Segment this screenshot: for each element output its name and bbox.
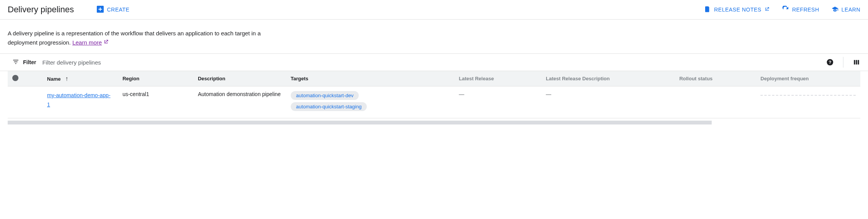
empty-freq-indicator [760,95,856,96]
horizontal-scrollbar[interactable] [8,121,712,124]
col-latest-release-desc[interactable]: Latest Release Description [541,71,674,86]
cell-latest-release-desc: — [541,86,674,118]
refresh-button[interactable]: Refresh [782,6,819,14]
cell-region: us-central1 [118,86,193,118]
description-block: A delivery pipeline is a representation … [0,20,292,53]
create-button[interactable]: Create [97,6,129,14]
filter-text: Filter [23,59,36,65]
table-row: my-automation-demo-app-1 us-central1 Aut… [8,86,860,118]
filter-icon [12,58,19,66]
filter-right: ? [826,57,860,68]
page-title: Delivery pipelines [8,5,74,15]
notes-icon [704,6,711,14]
release-notes-label: Release Notes [714,7,761,13]
external-link-icon [103,38,109,47]
cell-description: Automation demonstration pipeline [193,86,286,118]
cell-status [8,86,43,118]
col-name-label: Name [47,76,61,82]
refresh-icon [782,6,789,14]
release-notes-button[interactable]: Release Notes [704,6,770,14]
svg-rect-5 [858,60,859,65]
cell-name: my-automation-demo-app-1 [43,86,118,118]
divider [843,57,843,68]
external-link-icon [764,7,770,13]
learn-more-label: Learn more [72,38,102,47]
learn-label: Learn [841,7,860,13]
col-deployment-freq[interactable]: Deployment frequen [756,71,860,86]
learn-button[interactable]: Learn [832,6,860,14]
table-wrap: Name ↑ Region Description Targets Latest… [0,71,868,118]
col-rollout-status[interactable]: Rollout status [675,71,756,86]
table-header-row: Name ↑ Region Description Targets Latest… [8,71,860,86]
target-chip[interactable]: automation-quickstart-dev [291,91,359,100]
pipeline-name-link[interactable]: my-automation-demo-app-1 [47,92,111,108]
learn-icon [832,6,838,14]
col-description[interactable]: Description [193,71,286,86]
svg-rect-3 [854,60,855,65]
page-header: Delivery pipelines Create Release Notes … [0,0,868,20]
learn-more-link[interactable]: Learn more [72,38,109,47]
cell-rollout-status [675,86,756,118]
filter-bar: Filter ? [0,53,868,71]
col-status[interactable] [8,71,43,86]
svg-rect-4 [856,60,857,65]
cell-deployment-freq [756,86,860,118]
sort-arrow-up-icon: ↑ [65,75,68,82]
target-chip[interactable]: automation-quickstart-staging [291,102,367,111]
help-icon[interactable]: ? [826,58,834,66]
columns-icon[interactable] [853,58,860,66]
create-label: Create [107,7,129,13]
refresh-label: Refresh [792,7,819,13]
svg-text:?: ? [828,60,831,65]
col-region[interactable]: Region [118,71,193,86]
pipelines-table: Name ↑ Region Description Targets Latest… [8,71,860,118]
cell-targets: automation-quickstart-dev automation-qui… [286,86,454,118]
plus-icon [97,6,104,14]
description-text: A delivery pipeline is a representation … [8,30,261,46]
status-dot-icon [12,75,18,81]
col-targets[interactable]: Targets [286,71,454,86]
cell-latest-release: — [454,86,542,118]
filter-input[interactable] [42,59,820,66]
col-name[interactable]: Name ↑ [43,71,118,86]
col-latest-release[interactable]: Latest Release [454,71,542,86]
filter-label: Filter [12,58,36,66]
header-actions: Release Notes Refresh Learn [704,6,860,14]
